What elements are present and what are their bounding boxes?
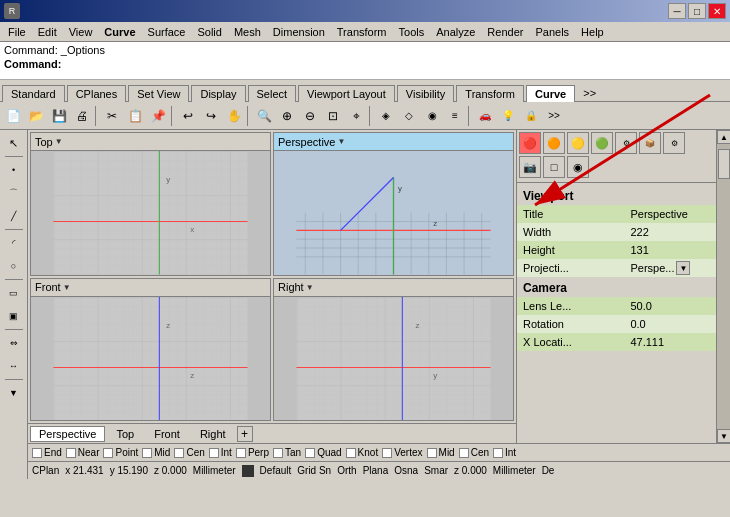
- status-vertex[interactable]: Vertex: [382, 447, 422, 458]
- tb-new[interactable]: 📄: [2, 105, 24, 127]
- scroll-up[interactable]: ▲: [717, 130, 730, 144]
- menu-transform[interactable]: Transform: [331, 24, 393, 40]
- tab-standard[interactable]: Standard: [2, 85, 65, 102]
- tb-paste[interactable]: 📌: [147, 105, 169, 127]
- lt-curve[interactable]: ⌒: [3, 182, 25, 204]
- viewport-perspective-content[interactable]: z y: [274, 151, 513, 275]
- tab-cplanes[interactable]: CPlanes: [67, 85, 127, 102]
- tb-car[interactable]: 🚗: [474, 105, 496, 127]
- tb-shading[interactable]: ◈: [375, 105, 397, 127]
- status-end[interactable]: End: [32, 447, 62, 458]
- menu-help[interactable]: Help: [575, 24, 610, 40]
- rt-tex[interactable]: 🟢: [591, 132, 613, 154]
- lt-select[interactable]: ↖: [3, 132, 25, 154]
- tb-zoom4[interactable]: ⊡: [322, 105, 344, 127]
- lt-more[interactable]: ▼: [3, 382, 25, 404]
- vp-tab-perspective[interactable]: Perspective: [30, 426, 105, 442]
- tb-print[interactable]: 🖨: [71, 105, 93, 127]
- tb-zoom2[interactable]: ⊕: [276, 105, 298, 127]
- rt-mat[interactable]: 🟠: [543, 132, 565, 154]
- menu-edit[interactable]: Edit: [32, 24, 63, 40]
- menu-analyze[interactable]: Analyze: [430, 24, 481, 40]
- status-cen[interactable]: Cen: [174, 447, 204, 458]
- tab-curve[interactable]: Curve: [526, 85, 575, 102]
- menu-panels[interactable]: Panels: [529, 24, 575, 40]
- menu-curve[interactable]: Curve: [98, 24, 141, 40]
- status-near-checkbox[interactable]: [66, 448, 76, 458]
- tb-open[interactable]: 📂: [25, 105, 47, 127]
- tab-setview[interactable]: Set View: [128, 85, 189, 102]
- tb-save[interactable]: 💾: [48, 105, 70, 127]
- status-mid2-checkbox[interactable]: [427, 448, 437, 458]
- menu-view[interactable]: View: [63, 24, 99, 40]
- menu-surface[interactable]: Surface: [142, 24, 192, 40]
- status-point[interactable]: Point: [103, 447, 138, 458]
- menu-solid[interactable]: Solid: [191, 24, 227, 40]
- tb-redo[interactable]: ↪: [200, 105, 222, 127]
- tab-display[interactable]: Display: [191, 85, 245, 102]
- tb-copy[interactable]: 📋: [124, 105, 146, 127]
- close-button[interactable]: ✕: [708, 3, 726, 19]
- status-quad[interactable]: Quad: [305, 447, 341, 458]
- maximize-button[interactable]: □: [688, 3, 706, 19]
- status-knot-checkbox[interactable]: [346, 448, 356, 458]
- status-tan[interactable]: Tan: [273, 447, 301, 458]
- rt-shade[interactable]: ◉: [567, 156, 589, 178]
- tb-zoom3[interactable]: ⊖: [299, 105, 321, 127]
- viewport-top-chevron[interactable]: ▼: [55, 137, 63, 146]
- tb-zoom5[interactable]: ⌖: [345, 105, 367, 127]
- lt-solid[interactable]: ▣: [3, 305, 25, 327]
- projection-dropdown[interactable]: ▼: [676, 261, 690, 275]
- menu-render[interactable]: Render: [481, 24, 529, 40]
- lt-line[interactable]: ╱: [3, 205, 25, 227]
- viewport-front-chevron[interactable]: ▼: [63, 283, 71, 292]
- viewport-top-content[interactable]: x y: [31, 151, 270, 275]
- tb-cut[interactable]: ✂: [101, 105, 123, 127]
- viewport-perspective-chevron[interactable]: ▼: [337, 137, 345, 146]
- status-cen2-checkbox[interactable]: [459, 448, 469, 458]
- status-mid[interactable]: Mid: [142, 447, 170, 458]
- tb-pan[interactable]: ✋: [223, 105, 245, 127]
- tb-wire[interactable]: ◇: [398, 105, 420, 127]
- status-perp-checkbox[interactable]: [236, 448, 246, 458]
- tb-undo[interactable]: ↩: [177, 105, 199, 127]
- lt-transform[interactable]: ⇔: [3, 332, 25, 354]
- status-cen2[interactable]: Cen: [459, 447, 489, 458]
- lt-point[interactable]: •: [3, 159, 25, 181]
- tab-transform[interactable]: Transform: [456, 85, 524, 102]
- tab-more[interactable]: >>: [579, 85, 600, 101]
- tb-light[interactable]: 💡: [497, 105, 519, 127]
- status-tan-checkbox[interactable]: [273, 448, 283, 458]
- lt-arc[interactable]: ◜: [3, 232, 25, 254]
- tb-more2[interactable]: >>: [543, 105, 565, 127]
- status-mid2[interactable]: Mid: [427, 447, 455, 458]
- lt-dim[interactable]: ↔: [3, 355, 25, 377]
- menu-tools[interactable]: Tools: [393, 24, 431, 40]
- lt-surface[interactable]: ▭: [3, 282, 25, 304]
- status-int2-checkbox[interactable]: [493, 448, 503, 458]
- viewport-right-content[interactable]: z y: [274, 297, 513, 421]
- rt-wire2[interactable]: □: [543, 156, 565, 178]
- viewport-right-header[interactable]: Right ▼: [274, 279, 513, 297]
- viewport-front-header[interactable]: Front ▼: [31, 279, 270, 297]
- rt-cam[interactable]: 📷: [519, 156, 541, 178]
- rt-gear[interactable]: ⚙: [663, 132, 685, 154]
- status-quad-checkbox[interactable]: [305, 448, 315, 458]
- status-int-checkbox[interactable]: [209, 448, 219, 458]
- vp-tab-right[interactable]: Right: [191, 426, 235, 442]
- viewport-perspective-header[interactable]: Perspective ▼: [274, 133, 513, 151]
- minimize-button[interactable]: ─: [668, 3, 686, 19]
- scroll-thumb[interactable]: [718, 149, 730, 179]
- tab-viewport-layout[interactable]: Viewport Layout: [298, 85, 395, 102]
- status-cen-checkbox[interactable]: [174, 448, 184, 458]
- status-perp[interactable]: Perp: [236, 447, 269, 458]
- rt-env[interactable]: 🟡: [567, 132, 589, 154]
- prop-value-projection[interactable]: Perspe... ▼: [626, 259, 716, 277]
- command-prompt[interactable]: Command:: [4, 58, 726, 70]
- status-vertex-checkbox[interactable]: [382, 448, 392, 458]
- menu-mesh[interactable]: Mesh: [228, 24, 267, 40]
- tab-visibility[interactable]: Visibility: [397, 85, 455, 102]
- vp-tab-front[interactable]: Front: [145, 426, 189, 442]
- scroll-track[interactable]: [717, 144, 730, 429]
- status-knot[interactable]: Knot: [346, 447, 379, 458]
